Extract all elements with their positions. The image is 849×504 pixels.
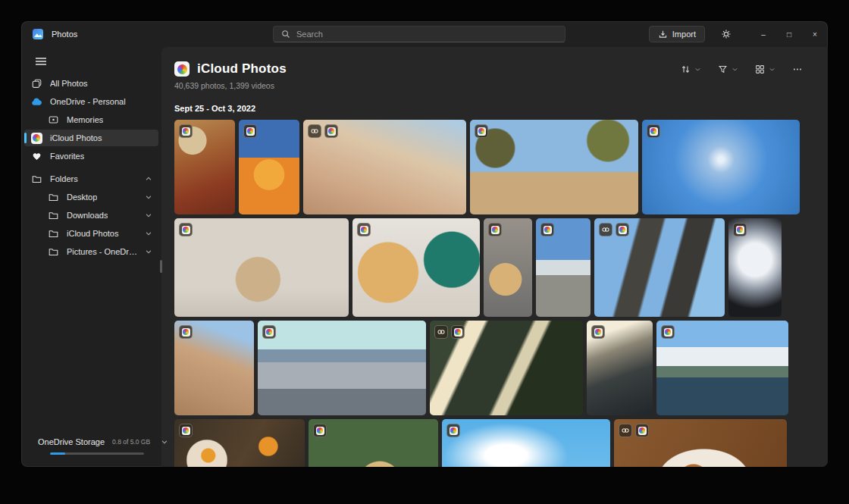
photo-grid	[174, 120, 828, 467]
photo-badges	[733, 223, 747, 236]
photo-tile-bikes-on-beach[interactable]	[536, 218, 591, 317]
onedrive-cloud-icon	[30, 98, 42, 106]
more-icon	[792, 64, 803, 74]
sidebar-item-label: iCloud Photos	[67, 229, 119, 238]
photo-badges	[179, 424, 193, 437]
filter-button[interactable]	[713, 60, 744, 78]
sidebar-item-folders[interactable]: Folders	[24, 171, 158, 187]
sidebar: All Photos OneDrive - Personal Memories …	[21, 47, 161, 467]
chevron-down-icon	[145, 211, 152, 219]
page-title: iCloud Photos	[197, 61, 287, 77]
titlebar-actions: Import – □ ×	[649, 21, 828, 47]
sort-button[interactable]	[675, 60, 706, 78]
photo-tile-clouds-blue-sky[interactable]	[442, 419, 610, 467]
minimize-button[interactable]: –	[750, 21, 776, 47]
sidebar-item-favorites[interactable]: Favorites	[24, 148, 158, 164]
photo-row	[174, 218, 828, 317]
collection-toolbar	[675, 60, 808, 78]
icloud-photo-badge-icon	[540, 223, 554, 236]
chevron-down-icon	[145, 248, 152, 255]
photo-tile-louvre-archway[interactable]	[728, 218, 782, 317]
icloud-photo-badge-icon	[179, 124, 193, 138]
maximize-button[interactable]: □	[776, 21, 802, 47]
icloud-photo-badge-icon	[647, 124, 660, 138]
live-photo-badge-icon	[619, 424, 632, 437]
photo-row	[174, 120, 828, 214]
chevron-down-icon	[769, 66, 775, 73]
sidebar-item-label: iCloud Photos	[50, 133, 102, 142]
photo-tile-sand-dune-hiker[interactable]	[174, 321, 254, 415]
chevron-down-icon	[145, 230, 152, 237]
photo-tile-city-skyline-mountains[interactable]	[258, 321, 426, 415]
sidebar-item-desktop[interactable]: Desktop	[24, 189, 158, 205]
photo-badges	[619, 424, 649, 437]
photo-tile-forest-sunrays[interactable]	[430, 321, 583, 415]
sidebar-item-label: Desktop	[67, 193, 97, 202]
close-button[interactable]: ×	[802, 21, 828, 47]
filter-icon	[718, 64, 728, 74]
photo-tile-pizza-and-latte[interactable]	[352, 218, 480, 317]
photo-tile-joshua-tree-desert[interactable]	[470, 120, 638, 214]
settings-button[interactable]	[714, 25, 738, 43]
photo-badges	[591, 325, 605, 339]
icloud-photo-badge-icon	[313, 424, 327, 437]
sidebar-item-icloud-photos-folder[interactable]: iCloud Photos	[24, 225, 158, 242]
photo-tile-breakfast-bowl-egg[interactable]	[174, 419, 305, 467]
sidebar-resize-handle[interactable]	[160, 260, 162, 273]
navigation-menu-button[interactable]	[27, 52, 55, 71]
photo-badges	[446, 424, 460, 437]
photo-badges	[243, 124, 257, 138]
icloud-photo-badge-icon	[475, 124, 488, 138]
heart-icon	[30, 152, 42, 161]
search-icon	[281, 30, 290, 39]
photo-tile-puppy-on-street[interactable]	[484, 218, 532, 317]
sidebar-item-onedrive-personal[interactable]: OneDrive - Personal	[24, 93, 158, 110]
photo-badges	[540, 223, 554, 236]
more-options-button[interactable]	[787, 60, 808, 78]
sidebar-item-all-photos[interactable]: All Photos	[24, 75, 158, 92]
sidebar-item-label: Pictures - OneDrive Personal	[67, 247, 137, 256]
chevron-down-icon[interactable]	[161, 438, 168, 446]
icloud-photo-badge-icon	[179, 424, 193, 437]
photo-tile-shakshuka-food[interactable]	[174, 120, 235, 214]
photo-tile-dog-on-chair[interactable]	[174, 218, 349, 317]
storage-usage: 0.8 of 5.0 GB	[112, 438, 150, 446]
icloud-photo-badge-icon	[357, 223, 371, 236]
photo-badges	[308, 124, 338, 138]
storage-label: OneDrive Storage	[38, 437, 105, 446]
photo-tile-sky-swing-tower[interactable]	[642, 120, 800, 214]
storage-progress-fill	[50, 452, 65, 455]
collection-counts: 40,639 photos, 1,399 videos	[174, 81, 828, 90]
photo-tile-eiffel-tower-arch[interactable]	[594, 218, 725, 317]
photo-tile-dog-by-creek[interactable]	[309, 419, 438, 467]
chevron-down-icon	[145, 193, 152, 201]
sidebar-item-label: Favorites	[50, 152, 84, 161]
photo-tile-lake-and-clouds[interactable]	[656, 321, 788, 415]
icloud-photo-badge-icon	[488, 223, 502, 236]
search-input[interactable]	[296, 30, 557, 39]
photo-badges	[488, 223, 502, 236]
icloud-photo-badge-icon	[451, 325, 465, 339]
photo-row	[174, 321, 828, 415]
photo-tile-desert-rocks-hiker[interactable]	[303, 120, 466, 214]
sidebar-item-pictures-onedrive[interactable]: Pictures - OneDrive Personal	[24, 243, 158, 260]
photo-badges	[475, 124, 488, 138]
sidebar-item-downloads[interactable]: Downloads	[24, 207, 158, 224]
folder-icon	[47, 193, 59, 202]
folder-icon	[47, 230, 59, 238]
photo-tile-grilled-dish-plate[interactable]	[614, 419, 787, 467]
photo-tile-sunset-shoreline[interactable]	[587, 321, 653, 415]
sidebar-item-icloud-photos[interactable]: iCloud Photos	[24, 130, 158, 146]
sidebar-item-label: OneDrive - Personal	[50, 97, 126, 106]
photo-tile-sunset-mural[interactable]	[239, 120, 299, 214]
sidebar-item-label: Memories	[67, 115, 103, 124]
icloud-photo-badge-icon	[733, 223, 747, 236]
titlebar: Photos Import	[21, 21, 828, 47]
search-bar[interactable]	[273, 26, 565, 42]
import-icon	[658, 30, 668, 39]
live-photo-badge-icon	[308, 124, 321, 138]
tile-size-button[interactable]	[750, 60, 781, 78]
all-photos-icon	[30, 79, 42, 89]
import-button[interactable]: Import	[649, 26, 705, 42]
sidebar-item-memories[interactable]: Memories	[24, 111, 158, 128]
